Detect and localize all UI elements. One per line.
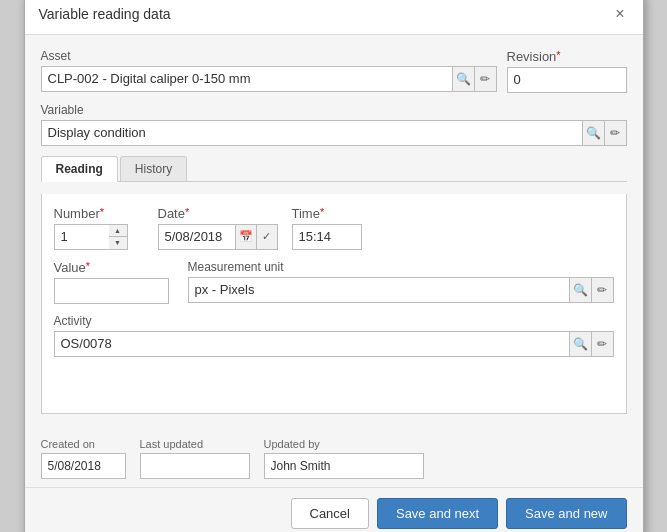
footer-info: Created on Last updated Updated by xyxy=(25,428,643,487)
variable-row: Variable 🔍 ✏ xyxy=(41,103,627,146)
asset-input-wrapper: 🔍 ✏ xyxy=(41,66,497,92)
close-button[interactable]: × xyxy=(611,4,628,24)
activity-label: Activity xyxy=(54,314,614,328)
dialog-footer: Cancel Save and next Save and new xyxy=(25,487,643,533)
number-down-btn[interactable]: ▼ xyxy=(109,237,127,249)
number-input-wrapper: ▲ ▼ xyxy=(54,224,144,250)
time-field-group: Time* xyxy=(292,206,372,250)
created-on-group: Created on xyxy=(41,438,126,479)
revision-label: Revision* xyxy=(507,49,627,64)
measurement-label: Measurement unit xyxy=(188,260,614,274)
date-check-icon[interactable]: ✓ xyxy=(257,224,278,250)
updated-by-input[interactable] xyxy=(264,453,424,479)
number-spinner: ▲ ▼ xyxy=(109,224,128,250)
value-input[interactable] xyxy=(54,278,169,304)
updated-by-label: Updated by xyxy=(264,438,424,450)
asset-input[interactable] xyxy=(41,66,453,92)
tab-history[interactable]: History xyxy=(120,156,187,181)
activity-input[interactable] xyxy=(54,331,570,357)
cancel-button[interactable]: Cancel xyxy=(291,498,369,529)
measurement-input-wrapper: 🔍 ✏ xyxy=(188,277,614,303)
tabs-container: Reading History xyxy=(41,156,627,182)
variable-input-wrapper: 🔍 ✏ xyxy=(41,120,627,146)
last-updated-label: Last updated xyxy=(140,438,250,450)
measurement-field-group: Measurement unit 🔍 ✏ xyxy=(188,260,614,303)
activity-edit-icon[interactable]: ✏ xyxy=(592,331,614,357)
value-measurement-row: Value* Measurement unit 🔍 ✏ xyxy=(54,260,614,304)
dialog-title: Variable reading data xyxy=(39,6,171,22)
asset-field-group: Asset 🔍 ✏ xyxy=(41,49,497,92)
date-input[interactable] xyxy=(158,224,236,250)
asset-edit-icon[interactable]: ✏ xyxy=(475,66,497,92)
activity-row: Activity 🔍 ✏ xyxy=(54,314,614,357)
variable-label: Variable xyxy=(41,103,627,117)
measurement-search-icon[interactable]: 🔍 xyxy=(570,277,592,303)
activity-search-icon[interactable]: 🔍 xyxy=(570,331,592,357)
activity-field-group: Activity 🔍 ✏ xyxy=(54,314,614,357)
measurement-edit-icon[interactable]: ✏ xyxy=(592,277,614,303)
created-on-label: Created on xyxy=(41,438,126,450)
number-field-group: Number* ▲ ▼ xyxy=(54,206,144,250)
number-up-btn[interactable]: ▲ xyxy=(109,225,127,237)
date-field-group: Date* 📅 ✓ xyxy=(158,206,278,250)
asset-revision-row: Asset 🔍 ✏ Revision* xyxy=(41,49,627,93)
revision-input[interactable] xyxy=(507,67,627,93)
last-updated-group: Last updated xyxy=(140,438,250,479)
number-input[interactable] xyxy=(54,224,109,250)
reading-panel: Number* ▲ ▼ Date* xyxy=(41,194,627,414)
calendar-icon[interactable]: 📅 xyxy=(236,224,257,250)
variable-reading-dialog: Variable reading data × Asset 🔍 ✏ Revisi… xyxy=(24,0,644,532)
last-updated-input[interactable] xyxy=(140,453,250,479)
value-label: Value* xyxy=(54,260,174,275)
variable-edit-icon[interactable]: ✏ xyxy=(605,120,627,146)
measurement-input[interactable] xyxy=(188,277,570,303)
value-field-group: Value* xyxy=(54,260,174,304)
save-new-button[interactable]: Save and new xyxy=(506,498,626,529)
activity-input-wrapper: 🔍 ✏ xyxy=(54,331,614,357)
time-label: Time* xyxy=(292,206,372,221)
date-input-wrapper: 📅 ✓ xyxy=(158,224,278,250)
dialog-body: Asset 🔍 ✏ Revision* Variable 🔍 xyxy=(25,35,643,428)
asset-search-icon[interactable]: 🔍 xyxy=(453,66,475,92)
number-date-time-row: Number* ▲ ▼ Date* xyxy=(54,206,614,250)
asset-label: Asset xyxy=(41,49,497,63)
variable-search-icon[interactable]: 🔍 xyxy=(583,120,605,146)
revision-field-group: Revision* xyxy=(507,49,627,93)
updated-by-group: Updated by xyxy=(264,438,424,479)
variable-field-group: Variable 🔍 ✏ xyxy=(41,103,627,146)
save-next-button[interactable]: Save and next xyxy=(377,498,498,529)
date-label: Date* xyxy=(158,206,278,221)
time-input[interactable] xyxy=(292,224,362,250)
tab-reading[interactable]: Reading xyxy=(41,156,118,182)
number-label: Number* xyxy=(54,206,144,221)
variable-input[interactable] xyxy=(41,120,583,146)
dialog-title-bar: Variable reading data × xyxy=(25,0,643,35)
created-on-input[interactable] xyxy=(41,453,126,479)
